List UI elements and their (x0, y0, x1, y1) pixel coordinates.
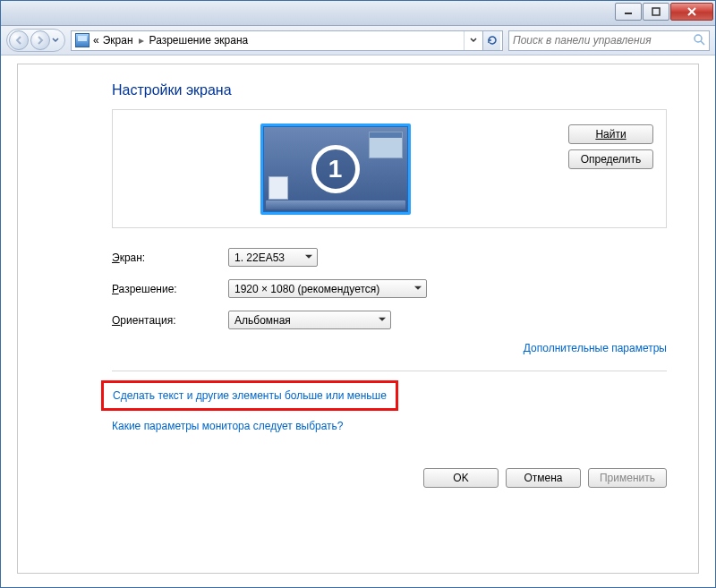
mini-taskbar-icon (266, 200, 405, 209)
detect-button[interactable]: Найти (568, 124, 653, 144)
maximize-button[interactable] (643, 3, 669, 21)
monitor-number: 1 (311, 145, 360, 193)
dropdown-screen[interactable]: 1. 22EA53 (228, 248, 318, 267)
preview-side-buttons: Найти Определить (568, 117, 659, 169)
dropdown-resolution[interactable]: 1920 × 1080 (рекомендуется) (228, 279, 427, 298)
display-preview[interactable]: 1 (120, 117, 550, 220)
forward-button[interactable] (30, 30, 50, 50)
svg-point-4 (695, 35, 702, 42)
control-panel-icon (75, 33, 90, 47)
row-screen: Экран: 1. 22EA53 (112, 248, 667, 267)
separator (112, 371, 667, 371)
navbar: « Экран ▸ Разрешение экрана Поиск в пане… (1, 26, 715, 55)
page-title: Настройки экрана (112, 82, 667, 98)
dropdown-screen-value: 1. 22EA53 (234, 251, 285, 264)
minimize-button[interactable] (615, 3, 642, 21)
breadcrumb-screen[interactable]: Экран (103, 34, 133, 47)
text-size-link[interactable]: Сделать текст и другие элементы больше и… (113, 389, 387, 402)
identify-button[interactable]: Определить (568, 149, 653, 169)
display-preview-area: 1 Найти Определить (112, 109, 667, 228)
row-resolution: Разрешение: 1920 × 1080 (рекомендуется) (112, 279, 667, 298)
back-button[interactable] (9, 30, 29, 50)
ok-button[interactable]: OK (423, 468, 499, 488)
settings-form: Экран: 1. 22EA53 Разрешение: 1920 × 1080… (112, 248, 667, 329)
window-controls (615, 3, 713, 21)
mini-app-icon (268, 176, 288, 200)
content-panel: Настройки экрана 1 Найти Определить Экра… (17, 64, 699, 574)
help-link-row: Какие параметры монитора следует выбрать… (112, 420, 667, 432)
which-settings-link[interactable]: Какие параметры монитора следует выбрать… (112, 420, 344, 432)
titlebar (1, 1, 715, 26)
label-resolution: Разрешение: (112, 283, 219, 295)
search-icon (693, 33, 705, 48)
dropdown-orientation[interactable]: Альбомная (228, 311, 391, 329)
close-button[interactable] (670, 3, 713, 21)
dropdown-resolution-value: 1920 × 1080 (рекомендуется) (234, 283, 379, 295)
label-orientation: Ориентация: (112, 314, 219, 327)
svg-rect-1 (652, 8, 660, 15)
address-dropdown-button[interactable] (465, 31, 482, 50)
search-placeholder: Поиск в панели управления (513, 34, 652, 47)
advanced-link-row: Дополнительные параметры (112, 342, 667, 354)
breadcrumb-resolution[interactable]: Разрешение экрана (149, 34, 249, 47)
dialog-buttons: OK Отмена Применить (112, 468, 667, 488)
nav-arrows (6, 29, 65, 52)
cancel-button[interactable]: Отмена (506, 468, 581, 488)
label-screen: Экран: (112, 251, 219, 264)
highlighted-link-box: Сделать текст и другие элементы больше и… (101, 380, 398, 411)
search-input[interactable]: Поиск в панели управления (508, 30, 710, 51)
apply-button[interactable]: Применить (588, 468, 667, 488)
monitor-thumbnail[interactable]: 1 (260, 124, 411, 215)
address-tail (464, 31, 500, 50)
address-bar[interactable]: « Экран ▸ Разрешение экрана (71, 30, 503, 51)
svg-line-5 (701, 41, 704, 45)
breadcrumb-guillemet[interactable]: « (93, 34, 99, 47)
window-frame: « Экран ▸ Разрешение экрана Поиск в пане… (0, 0, 716, 588)
history-chevron-icon[interactable] (52, 36, 59, 45)
chevron-right-icon: ▸ (137, 34, 146, 47)
row-orientation: Ориентация: Альбомная (112, 311, 667, 329)
dropdown-orientation-value: Альбомная (234, 314, 291, 327)
advanced-settings-link[interactable]: Дополнительные параметры (524, 342, 667, 354)
mini-window-icon (369, 132, 403, 158)
refresh-button[interactable] (482, 31, 500, 50)
